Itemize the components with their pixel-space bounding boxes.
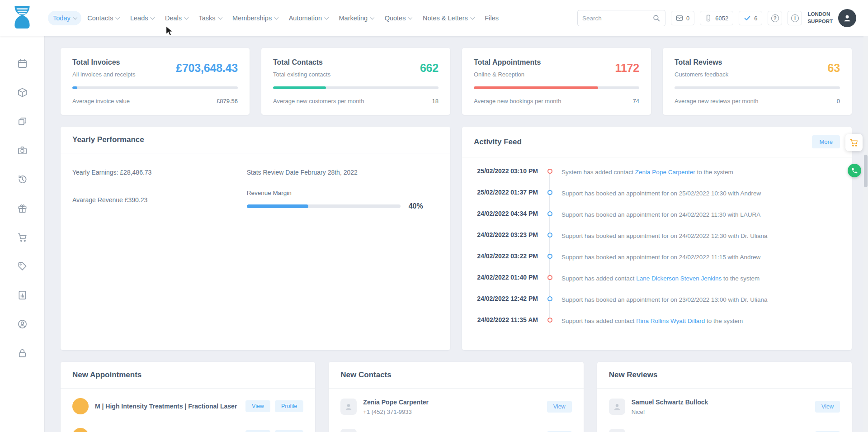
revenue-margin-block: Revenue Margin 40% (247, 190, 439, 210)
nav-item[interactable]: Deals (160, 11, 193, 25)
nav-item[interactable]: Memberships (227, 11, 283, 25)
view-button[interactable]: View (245, 430, 270, 432)
whatsapp-fab-button[interactable] (848, 164, 861, 177)
nav-item-label: Marketing (339, 14, 368, 22)
tasks-counter[interactable]: 6 (739, 11, 762, 25)
profile-button[interactable]: Profile (275, 400, 303, 412)
sidebar-item-rooms[interactable] (17, 116, 28, 127)
sidebar-item-purchases[interactable] (17, 232, 28, 242)
sidebar-item-loyalty[interactable] (17, 203, 28, 214)
search-input[interactable] (582, 15, 652, 22)
revenue-margin-row: 40% (247, 202, 439, 210)
info-button[interactable]: i (788, 11, 802, 25)
chevron-down-icon (325, 15, 329, 19)
chevron-down-icon (151, 15, 155, 19)
activity-dot-col (538, 274, 561, 280)
new-reviews-card: New Reviews Samuel Schwartz Bullock Nice… (597, 362, 852, 432)
appointment-actions: View Profile (245, 430, 303, 432)
more-button[interactable]: More (812, 135, 840, 148)
stat-value: £703,648.43 (176, 62, 238, 75)
stat-top: Total Reviews Customers feedback 63 (675, 58, 840, 78)
view-button[interactable]: View (815, 401, 840, 413)
nav-item[interactable]: Today (48, 11, 81, 25)
sidebar-item-photos[interactable] (17, 145, 28, 156)
stat-title: Total Reviews (675, 58, 728, 66)
sidebar-item-security[interactable] (17, 347, 28, 358)
mail-count: 0 (686, 15, 689, 22)
phone-counter[interactable]: 6052 (700, 11, 733, 25)
profile-button[interactable]: Profile (275, 430, 303, 432)
activity-item: 24/02/2022 11:35 AM Support has added co… (474, 316, 840, 337)
activity-item: 24/02/2022 03:22 PM Support has booked a… (474, 252, 840, 274)
nav-item[interactable]: Marketing (334, 11, 379, 25)
activity-dot-icon (547, 318, 552, 323)
help-button[interactable]: ? (768, 11, 782, 25)
sidebar-item-products[interactable] (17, 87, 28, 98)
activity-text: Support has added contact Rina Rollins W… (561, 316, 840, 325)
app-logo[interactable] (12, 5, 33, 31)
stat-top: Total Contacts Total existing contacts 6… (273, 58, 439, 78)
phone-icon (705, 14, 712, 22)
nav-item[interactable]: Contacts (82, 11, 124, 25)
review-avatar (609, 399, 625, 415)
activity-dot-col (538, 231, 561, 237)
sidebar-item-reports[interactable] (17, 290, 28, 300)
stat-card: Total Reviews Customers feedback 63 Aver… (663, 48, 852, 115)
chevron-down-icon (184, 15, 189, 19)
page-scrollbar[interactable] (863, 36, 868, 432)
activity-text: System has added contact Zenia Pope Carp… (561, 167, 840, 176)
view-button[interactable]: View (245, 400, 270, 412)
nav-item-label: Quotes (385, 14, 406, 22)
scrollbar-thumb[interactable] (864, 155, 868, 187)
stat-footer: Average new customers per month 18 (273, 98, 439, 104)
activity-dot-col (538, 210, 561, 216)
nav-item[interactable]: Automation (284, 11, 333, 25)
activity-dot-col (538, 189, 561, 195)
appointment-info: M | High Intensity Treatments | Fraction… (95, 402, 241, 410)
sidebar-item-history[interactable] (17, 174, 28, 185)
appointment-name: M | High Intensity Treatments | Fraction… (95, 402, 237, 410)
tag-icon (17, 261, 28, 271)
chevron-down-icon (408, 15, 412, 19)
nav-item-label: Today (53, 14, 71, 22)
stat-footer-value: 0 (837, 98, 840, 104)
sidebar-item-clients[interactable] (17, 318, 28, 329)
phone-call-icon (851, 167, 858, 174)
nav-item[interactable]: Tasks (194, 11, 227, 25)
stats-row: Total Invoices All invoices and receipts… (61, 48, 852, 115)
new-reviews-title: New Reviews (609, 370, 658, 380)
activity-text-pre: Support has booked an appointment for on… (561, 211, 760, 218)
activity-contact-link[interactable]: Zenia Pope Carpenter (635, 169, 695, 176)
nav-item-label: Deals (165, 14, 182, 22)
activity-text-pre: Support has booked an appointment for on… (561, 190, 761, 197)
activity-text: Support has booked an appointment for on… (561, 252, 840, 261)
yearly-earnings: Yearly Earnings: £28,486.73 (72, 169, 247, 176)
activity-dot-col (538, 316, 561, 323)
sidebar-item-calendar[interactable] (17, 58, 28, 69)
contact-name: Zenia Pope Carpenter (363, 398, 429, 406)
sidebar-item-vouchers[interactable] (17, 261, 28, 271)
mail-counter[interactable]: 0 (671, 11, 694, 25)
contact-info: Zenia Pope Carpenter +1 (452) 371-9933 (363, 398, 433, 415)
nav-item-label: Memberships (232, 14, 272, 22)
activity-time: 24/02/2022 12:42 PM (474, 295, 538, 302)
activity-contact-link[interactable]: Rina Rollins Wyatt Dillard (636, 318, 705, 324)
activity-contact-link[interactable]: Lane Dickerson Steven Jenkins (636, 275, 722, 282)
activity-text: Support has booked an appointment for on… (561, 210, 840, 219)
search-icon[interactable] (652, 14, 660, 22)
stat-footer-value: 74 (633, 98, 639, 104)
cart-fab-button[interactable] (845, 134, 863, 151)
activity-dot-col (538, 252, 561, 259)
review-info: Samuel Schwartz Bullock Nice! (632, 398, 713, 415)
topbar-right: 0 6052 6 ? i LONDON SUPPORT (577, 9, 856, 27)
location-label: LONDON SUPPORT (807, 11, 833, 25)
mid-row: Yearly Performance Yearly Earnings: £28,… (61, 127, 852, 350)
nav-item[interactable]: Leads (125, 11, 159, 25)
activity-text: Support has booked an appointment for on… (561, 231, 840, 240)
nav-item[interactable]: Files (480, 11, 504, 25)
user-avatar[interactable] (838, 9, 856, 27)
nav-item[interactable]: Quotes (380, 11, 417, 25)
revenue-margin-fill (247, 204, 308, 208)
nav-item[interactable]: Notes & Letters (418, 11, 479, 25)
view-button[interactable]: View (547, 401, 572, 413)
